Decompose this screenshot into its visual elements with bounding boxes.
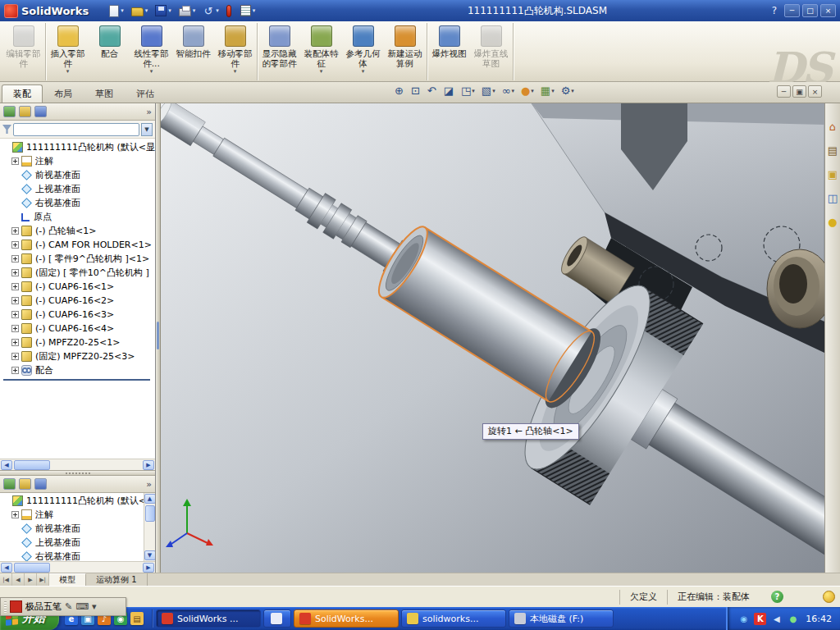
ribbon-button[interactable]: 新建运动算例 (384, 23, 426, 80)
command-tab[interactable]: 装配 (2, 84, 43, 103)
study-tab[interactable]: 运动算例 1 (86, 573, 148, 586)
filter-input[interactable] (13, 123, 139, 136)
panel-splitter[interactable] (0, 470, 155, 476)
hud-button[interactable]: ● ▾ (518, 84, 536, 98)
ribbon-button[interactable]: 智能扣件 (172, 23, 214, 80)
volume-icon[interactable]: ◀ (770, 613, 783, 625)
panel-overflow-chevron[interactable]: » (146, 107, 152, 117)
model-canvas[interactable] (161, 103, 824, 573)
expand-toggle[interactable] (11, 353, 19, 360)
toolbar-button[interactable]: ▾ (107, 3, 126, 19)
task-button[interactable]: solidworks... (401, 609, 506, 628)
configuration-manager-tab-icon[interactable] (34, 478, 47, 490)
doc-close-button[interactable]: × (808, 85, 822, 98)
hud-button[interactable]: ▦ ▾ (538, 84, 557, 98)
tree-item[interactable]: 右视基准面 (0, 550, 144, 561)
tree-item[interactable]: (-) CAM FOR HOLDER<1> (0, 238, 155, 252)
expand-toggle[interactable] (11, 367, 19, 374)
clock[interactable]: 16:42 (806, 614, 832, 624)
hud-button[interactable]: ▧ ▾ (479, 84, 498, 98)
study-tab[interactable]: 模型 (49, 573, 86, 586)
hud-button[interactable]: ⚙ ▾ (559, 84, 577, 98)
tree-horizontal-scrollbar[interactable]: ◀ ▶ (0, 561, 155, 573)
toolbar-button[interactable]: ▾ (238, 3, 258, 18)
toolbar-button[interactable]: ▾ (153, 3, 174, 18)
ribbon-button[interactable]: 爆炸直线草图 (470, 23, 512, 80)
rollback-bar[interactable] (3, 379, 150, 381)
ribbon-button[interactable]: 配合 (89, 23, 130, 80)
toolbar-button[interactable]: ▾ (200, 3, 221, 19)
doc-minimize-button[interactable]: ─ (777, 85, 791, 98)
view-palette-icon[interactable]: ◫ (828, 193, 838, 204)
scroll-up-button[interactable]: ▲ (144, 494, 156, 504)
expand-toggle[interactable] (11, 158, 19, 165)
ribbon-button[interactable]: 插入零部件 ▾ (47, 23, 89, 80)
ribbon-button[interactable]: 线性零部件... ▾ (130, 23, 172, 80)
tab-scroll-button[interactable]: ▶ (25, 573, 37, 586)
expand-toggle[interactable] (11, 311, 19, 318)
expand-toggle[interactable] (11, 283, 19, 290)
panel-viewport-splitter[interactable] (156, 103, 161, 573)
scroll-left-button[interactable]: ◀ (1, 460, 12, 470)
property-manager-tab-icon[interactable] (19, 106, 31, 117)
expand-toggle[interactable] (11, 241, 19, 249)
antivirus-icon[interactable]: K (754, 613, 766, 625)
tree-item[interactable]: 111111111凸轮机构 (默认<显示 (0, 140, 155, 154)
tree-item[interactable]: 上视基准面 (0, 182, 155, 196)
feature-tree-secondary[interactable]: 111111111凸轮机构 (默认< 注解 前视基准面 (0, 493, 144, 561)
tree-item[interactable]: 注解 (0, 508, 144, 522)
tree-item[interactable]: 上视基准面 (0, 536, 144, 550)
configuration-manager-tab-icon[interactable] (34, 106, 47, 117)
help-menu[interactable]: ? (772, 5, 777, 16)
hud-button[interactable]: ⊡ (409, 84, 423, 98)
tab-scroll-button[interactable]: ◀ (12, 573, 25, 586)
solidworks-resources-icon[interactable]: ⌂ (829, 121, 836, 133)
command-tab[interactable]: 布局 (43, 84, 84, 103)
appearances-icon[interactable]: ● (828, 217, 837, 228)
tree-item[interactable]: (-) CUAP6-16<2> (0, 294, 155, 308)
tree-item[interactable]: 前视基准面 (0, 168, 155, 182)
task-button[interactable]: 本地磁盘 (F:) (509, 609, 614, 628)
minimize-button[interactable]: ─ (784, 4, 800, 17)
tree-horizontal-scrollbar[interactable]: ◀ ▶ (0, 459, 155, 470)
keyboard-icon[interactable]: ⌨ (75, 601, 89, 612)
scroll-thumb[interactable] (14, 563, 50, 573)
hud-button[interactable]: ◪ (441, 84, 457, 98)
drag-grip-icon[interactable] (4, 601, 7, 613)
scroll-right-button[interactable]: ▶ (143, 563, 154, 573)
help-status-icon[interactable]: ? (771, 591, 783, 603)
ribbon-button[interactable]: 装配体特征 ▾ (300, 23, 342, 80)
doc-restore-button[interactable]: ▣ (792, 85, 806, 98)
ribbon-button[interactable]: 编辑零部件 (2, 23, 44, 80)
hud-button[interactable]: ∞ ▾ (500, 84, 517, 98)
toolbar-button[interactable]: ▾ (176, 3, 199, 18)
panel-overflow-chevron[interactable]: » (146, 479, 152, 490)
hud-button[interactable]: ⊕ (392, 84, 407, 98)
feature-manager-tab-icon[interactable] (3, 478, 16, 490)
toolbar-options-icon[interactable]: ▾ (92, 601, 97, 612)
maximize-button[interactable]: □ (802, 4, 818, 17)
scroll-thumb[interactable] (14, 460, 50, 470)
tree-item[interactable]: 右视基准面 (0, 196, 155, 210)
tree-item[interactable]: 配合 (0, 363, 155, 377)
safety-icon[interactable]: ● (787, 613, 799, 625)
tree-item[interactable]: 111111111凸轮机构 (默认< (0, 494, 144, 508)
ribbon-button[interactable]: 爆炸视图 (428, 23, 470, 80)
scroll-down-button[interactable]: ▼ (144, 550, 156, 560)
design-library-icon[interactable]: ▤ (828, 145, 838, 157)
expand-toggle[interactable] (11, 325, 19, 332)
command-tab[interactable]: 草图 (84, 84, 125, 103)
tree-item[interactable]: 前视基准面 (0, 522, 144, 536)
hud-button[interactable]: ↶ (425, 84, 440, 98)
expand-toggle[interactable] (11, 297, 19, 304)
quick-tips-icon[interactable] (823, 591, 835, 603)
tree-item[interactable]: (-) CUAP6-16<1> (0, 280, 155, 294)
expand-toggle[interactable] (11, 227, 19, 235)
tab-scroll-button[interactable]: |◀ (0, 573, 12, 586)
command-tab[interactable]: 评估 (125, 84, 166, 103)
tree-item[interactable]: (固定) MPFZ20-25<3> (0, 349, 155, 363)
scroll-left-button[interactable]: ◀ (1, 563, 12, 573)
messenger-tray-icon[interactable]: ◉ (737, 613, 750, 625)
ribbon-button[interactable]: 移动零部件 ▾ (214, 23, 256, 80)
expand-toggle[interactable] (11, 339, 19, 346)
